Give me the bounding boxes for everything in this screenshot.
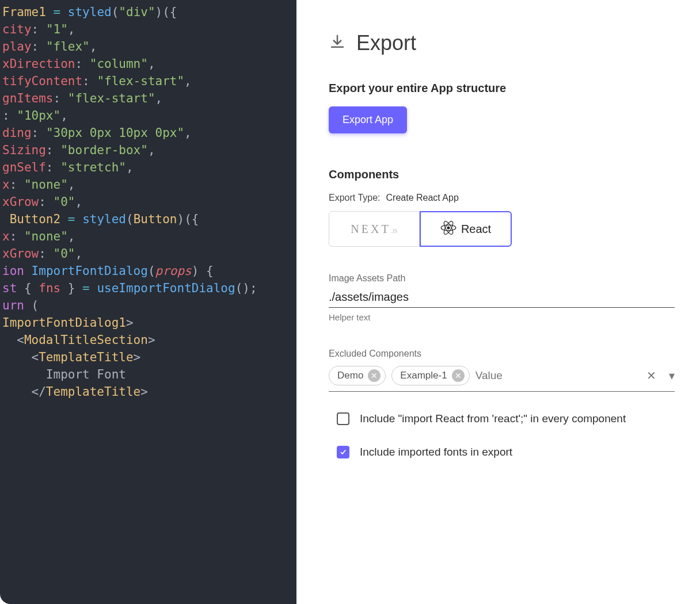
image-path-label: Image Assets Path (329, 273, 675, 284)
include-react-import-checkbox[interactable] (337, 412, 349, 425)
export-app-section: Export your entire App structure Export … (329, 82, 675, 133)
include-fonts-row: Include imported fonts in export (329, 446, 675, 458)
export-app-title: Export your entire App structure (329, 82, 675, 95)
chip-remove-icon[interactable]: ✕ (452, 369, 465, 382)
chips-actions: ✕ ▾ (646, 369, 675, 383)
clear-icon[interactable]: ✕ (646, 369, 656, 383)
image-path-helper: Helper text (329, 312, 675, 322)
panel-title: Export (356, 31, 416, 55)
include-react-import-label: Include "import React from 'react';" in … (360, 412, 626, 425)
react-label: React (461, 223, 491, 236)
components-section: Components Export Type: Create React App… (329, 168, 675, 458)
download-icon (329, 33, 346, 53)
excluded-label: Excluded Components (329, 349, 675, 359)
react-icon (440, 220, 456, 239)
image-path-input[interactable] (329, 287, 675, 308)
framework-option-next[interactable]: NEXT.JS (329, 211, 420, 247)
export-panel: Export Export your entire App structure … (296, 0, 700, 604)
framework-option-react[interactable]: React (420, 211, 512, 247)
svg-point-0 (447, 226, 450, 229)
chip-demo: Demo ✕ (329, 366, 386, 385)
panel-header: Export (329, 31, 675, 55)
include-react-import-row: Include "import React from 'react';" in … (329, 412, 675, 425)
include-fonts-label: Include imported fonts in export (360, 446, 512, 458)
export-type-row: Export Type: Create React App (329, 193, 675, 203)
excluded-input[interactable] (475, 369, 641, 382)
framework-toggle: NEXT.JS React (329, 211, 512, 247)
code-editor: Frame1 = styled("div")({city: "1",play: … (0, 0, 296, 604)
image-path-field: Image Assets Path Helper text (329, 273, 675, 322)
chip-remove-icon[interactable]: ✕ (368, 369, 381, 382)
chip-example-1: Example-1 ✕ (391, 366, 469, 385)
export-app-button[interactable]: Export App (329, 106, 407, 133)
components-title: Components (329, 168, 675, 181)
excluded-components-field: Excluded Components Demo ✕ Example-1 ✕ ✕… (329, 349, 675, 392)
chevron-down-icon[interactable]: ▾ (669, 369, 675, 383)
export-type-value: Create React App (386, 193, 459, 203)
include-fonts-checkbox[interactable] (337, 446, 349, 458)
export-type-label: Export Type: (329, 193, 381, 203)
excluded-chips-row: Demo ✕ Example-1 ✕ ✕ ▾ (329, 362, 675, 392)
nextjs-logo: NEXT.JS (351, 223, 397, 236)
